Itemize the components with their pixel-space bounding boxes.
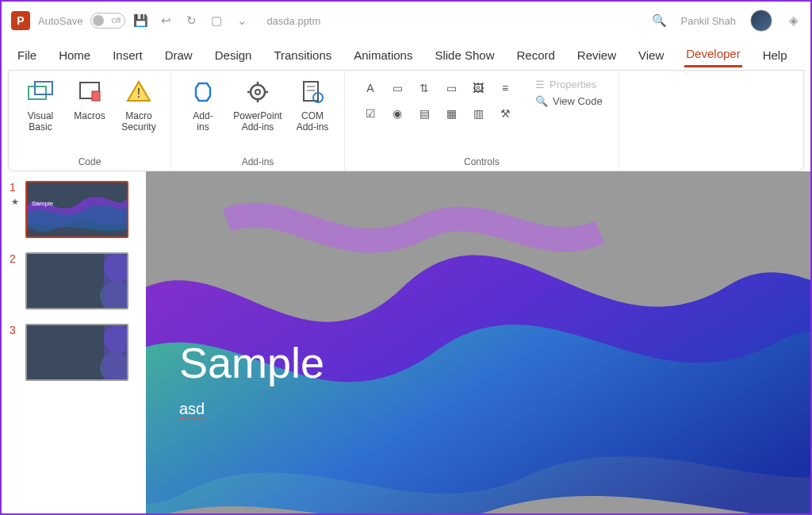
app-icon: P — [11, 11, 30, 30]
ribbon-group-controls: A ▭ ⇅ ▭ 🖼 ≡ ☑ ◉ ▤ ▦ ▥ ⚒ ☰ Properties 🔍 — [345, 71, 619, 171]
workspace: 1 ★ Sample 2 3 — [2, 171, 810, 515]
save-icon[interactable]: 💾 — [133, 13, 147, 28]
addins-button[interactable]: Add-ins — [181, 75, 225, 133]
thumbnail-number: 2 — [10, 252, 21, 265]
view-code-label: View Code — [553, 95, 603, 107]
tab-transitions[interactable]: Transitions — [272, 44, 333, 67]
thumbnail-number: 3 — [10, 324, 21, 336]
tab-slideshow[interactable]: Slide Show — [433, 44, 496, 67]
macro-security-button[interactable]: ! MacroSecurity — [117, 75, 161, 133]
tab-help[interactable]: Help — [761, 44, 789, 67]
more-icon[interactable]: ⌄ — [235, 13, 249, 28]
thumbnail-number: 1 — [10, 181, 21, 194]
autosave-label: AutoSave — [38, 15, 82, 27]
svg-rect-22 — [104, 325, 127, 381]
view-code-icon: 🔍 — [535, 95, 548, 107]
properties-icon: ☰ — [535, 79, 545, 90]
username: Pankil Shah — [681, 15, 736, 27]
thumbnail-row: 1 ★ Sample — [10, 181, 138, 238]
combo-control-icon[interactable]: ▤ — [415, 104, 434, 123]
addins-label: Add-ins — [193, 110, 213, 133]
redo-icon[interactable]: ↻ — [184, 13, 198, 28]
tab-file[interactable]: File — [16, 44, 38, 67]
tab-review[interactable]: Review — [576, 44, 618, 67]
tab-home[interactable]: Home — [57, 44, 92, 67]
toggle-control-icon[interactable]: ▥ — [469, 104, 488, 123]
slide[interactable]: Sample asd — [146, 171, 810, 515]
gear-icon — [246, 77, 270, 107]
slide-title[interactable]: Sample — [179, 338, 324, 387]
thumbnail-slide-3[interactable] — [25, 324, 128, 381]
search-icon[interactable]: 🔍 — [653, 13, 667, 28]
visual-basic-label: VisualBasic — [28, 110, 53, 133]
properties-button[interactable]: ☰ Properties — [535, 79, 603, 90]
list-control-icon[interactable]: ≡ — [496, 79, 515, 98]
thumbnails-panel: 1 ★ Sample 2 3 — [2, 171, 146, 515]
checkbox-control-icon[interactable]: ☑ — [361, 104, 380, 123]
com-addins-label: COMAdd-ins — [297, 110, 329, 133]
svg-text:!: ! — [137, 86, 140, 100]
tab-design[interactable]: Design — [213, 44, 254, 67]
text-control-icon[interactable]: A — [361, 79, 380, 98]
com-addins-button[interactable]: COMAdd-ins — [290, 75, 335, 133]
macro-security-label: MacroSecurity — [121, 110, 155, 133]
undo-icon[interactable]: ↩ — [159, 13, 173, 28]
tab-view[interactable]: View — [637, 44, 665, 67]
tab-insert[interactable]: Insert — [111, 44, 144, 67]
spin-control-icon[interactable]: ⇅ — [415, 79, 434, 98]
present-icon[interactable]: ▢ — [209, 13, 224, 28]
macros-label: Macros — [74, 110, 105, 121]
title-bar: P AutoSave Off 💾 ↩ ↻ ▢ ⌄ dasda.pptm 🔍 Pa… — [2, 2, 810, 40]
thumbnail-slide-1[interactable]: Sample — [25, 181, 128, 238]
svg-rect-0 — [29, 86, 46, 99]
properties-label: Properties — [550, 79, 596, 90]
group-label-code: Code — [18, 156, 161, 167]
group-label-controls: Controls — [354, 156, 609, 167]
svg-point-7 — [251, 85, 265, 99]
visual-basic-icon — [27, 77, 54, 107]
tab-draw[interactable]: Draw — [163, 44, 194, 67]
image-control-icon[interactable]: 🖼 — [469, 79, 488, 98]
ribbon-group-code: VisualBasic Macros ! MacroSecurity Code — [9, 71, 171, 171]
macros-icon — [78, 77, 102, 107]
powerpoint-addins-label: PowerPointAdd-ins — [233, 110, 282, 133]
warning-icon: ! — [126, 77, 151, 107]
thumbnail-row: 2 — [10, 252, 138, 309]
svg-rect-19 — [104, 254, 127, 309]
animation-star-icon: ★ — [11, 197, 19, 207]
macros-button[interactable]: Macros — [67, 75, 112, 133]
textbox-control-icon[interactable]: ▭ — [388, 79, 407, 98]
tab-developer[interactable]: Developer — [684, 42, 741, 67]
visual-basic-button[interactable]: VisualBasic — [18, 75, 63, 133]
ribbon: VisualBasic Macros ! MacroSecurity Code … — [8, 70, 804, 171]
tools-control-icon[interactable]: ⚒ — [496, 104, 515, 123]
ribbon-tabs: File Home Insert Draw Design Transitions… — [2, 40, 810, 70]
svg-point-8 — [255, 90, 260, 94]
group-label-addins: Add-ins — [181, 156, 335, 167]
com-addins-icon — [301, 77, 324, 107]
ribbon-group-addins: Add-ins PowerPointAdd-ins COMAdd-ins Add… — [171, 71, 345, 171]
tab-animations[interactable]: Animations — [352, 44, 414, 67]
autosave-toggle[interactable]: Off — [90, 13, 125, 29]
view-code-button[interactable]: 🔍 View Code — [535, 95, 603, 107]
thumbnail-title: Sample — [32, 200, 53, 207]
slide-subtitle[interactable]: asd — [179, 400, 205, 418]
listbox-control-icon[interactable]: ▦ — [442, 104, 461, 123]
svg-rect-1 — [35, 82, 52, 94]
frame-control-icon[interactable]: ▭ — [442, 79, 461, 98]
avatar[interactable] — [750, 10, 772, 32]
radio-control-icon[interactable]: ◉ — [388, 104, 407, 123]
slide-canvas[interactable]: Sample asd — [146, 171, 810, 515]
diamond-icon[interactable]: ◈ — [787, 13, 801, 28]
addins-icon — [191, 77, 215, 107]
powerpoint-addins-button[interactable]: PowerPointAdd-ins — [230, 75, 285, 133]
thumbnail-row: 3 — [10, 324, 138, 381]
svg-rect-13 — [304, 82, 318, 101]
svg-rect-3 — [92, 91, 100, 101]
thumbnail-slide-2[interactable] — [25, 252, 128, 309]
tab-record[interactable]: Record — [515, 44, 556, 67]
svg-marker-6 — [196, 83, 210, 101]
filename: dasda.pptm — [266, 15, 320, 27]
